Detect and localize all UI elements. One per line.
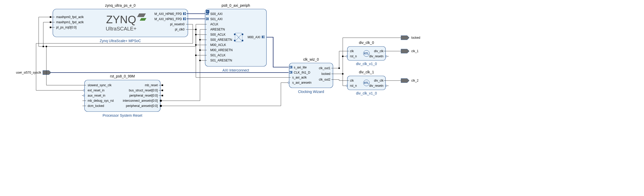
- svg-rect-96: [291, 71, 292, 74]
- svg-text:maxihpm0_fpd_aclk: maxihpm0_fpd_aclk: [56, 15, 84, 19]
- svg-point-138: [46, 46, 47, 47]
- svg-rect-91: [290, 67, 291, 68]
- clkwiz-instance: clk_wiz_0: [303, 57, 319, 61]
- svg-rect-60: [263, 37, 264, 38]
- svg-rect-29: [207, 12, 208, 15]
- svg-text:slowest_sync_clk: slowest_sync_clk: [88, 83, 112, 87]
- divclk0-port-rstn: rst_n: [350, 54, 357, 58]
- svg-rect-31: [206, 18, 207, 19]
- svg-text:mb_reset: mb_reset: [145, 83, 158, 87]
- divclk1-port-divclk: div_clk: [374, 79, 384, 82]
- svg-text:ARESETN: ARESETN: [210, 28, 225, 31]
- svg-rect-79: [162, 90, 163, 91]
- svg-text:ACLK: ACLK: [210, 22, 218, 26]
- svg-point-143: [342, 56, 344, 57]
- svg-text:clk_2: clk_2: [411, 79, 419, 82]
- block-zynq[interactable]: zynq_ultra_ps_e_0 maxihpm0_fpd_aclk maxi…: [50, 3, 190, 43]
- external-output-clk2: clk_2: [401, 79, 419, 83]
- svg-point-140: [199, 49, 201, 51]
- interconnect-instance: ps8_0_axi_periph: [222, 3, 250, 7]
- svg-text:ext_reset_in: ext_reset_in: [88, 89, 104, 92]
- divclk0-port-clk: clk: [350, 49, 354, 53]
- svg-point-135: [195, 44, 197, 46]
- svg-rect-32: [206, 19, 207, 20]
- svg-text:M_AXI_HPM0_FPD: M_AXI_HPM0_FPD: [154, 12, 182, 16]
- svg-rect-11: [183, 12, 184, 15]
- svg-text:S01_AXI: S01_AXI: [210, 17, 222, 21]
- block-clkwiz[interactable]: clk_wiz_0 s_axi_lite CLK_IN1_D s_axi_acl…: [287, 57, 335, 94]
- svg-text:clk_1: clk_1: [411, 49, 419, 53]
- svg-text:s_axi_aclk: s_axi_aclk: [292, 76, 307, 79]
- block-divclk0[interactable]: div_clk_0 clk rst_n div_clk div_resetn R…: [345, 41, 389, 66]
- svg-text:dcm_locked: dcm_locked: [88, 104, 104, 108]
- svg-text:S01_ACLK: S01_ACLK: [210, 53, 225, 57]
- rtl-badge: RTL: [364, 52, 369, 55]
- svg-point-84: [160, 100, 162, 102]
- svg-text:pl_resetn0: pl_resetn0: [170, 22, 185, 26]
- divclk0-type: div_clk_v1_0: [356, 62, 377, 66]
- svg-text:pl_ps_irq0[0:0]: pl_ps_irq0[0:0]: [56, 26, 77, 29]
- external-output-clk1: clk_1: [401, 49, 419, 53]
- zynq-instance: zynq_ultra_ps_e_0: [105, 3, 136, 7]
- divclk1-type: div_clk_v1_0: [356, 91, 377, 95]
- svg-point-134: [195, 34, 197, 35]
- svg-text:peripheral_aresetn[0:0]: peripheral_aresetn[0:0]: [126, 104, 158, 108]
- block-divclk1[interactable]: div_clk_1 clk rst_n div_clk div_resetn R…: [345, 70, 389, 95]
- svg-text:s_axi_lite: s_axi_lite: [294, 66, 307, 69]
- external-output-locked: locked: [401, 36, 420, 40]
- svg-text:UltraSCALE+: UltraSCALE+: [106, 26, 137, 32]
- interconnect-port-right: M00_AXI: [248, 35, 260, 39]
- svg-point-87: [160, 105, 162, 107]
- svg-text:ZYNQ: ZYNQ: [106, 13, 136, 26]
- svg-text:S01_ARESETN: S01_ARESETN: [210, 59, 232, 62]
- svg-marker-126: [43, 70, 51, 75]
- svg-text:M_AXI_HPM1_FPD: M_AXI_HPM1_FPD: [154, 17, 182, 21]
- svg-rect-33: [207, 18, 208, 20]
- svg-text:M00_ACLK: M00_ACLK: [210, 43, 226, 47]
- svg-rect-12: [185, 12, 186, 13]
- svg-text:bus_struct_reset[0:0]: bus_struct_reset[0:0]: [129, 89, 158, 92]
- divclk1-port-divrst: div_resetn: [369, 84, 383, 88]
- svg-text:s_axi_aresetn: s_axi_aresetn: [292, 81, 312, 84]
- svg-rect-54: [234, 34, 236, 35]
- interconnect-type: AXI Interconnect: [222, 68, 249, 72]
- divclk1-port-clk: clk: [350, 79, 354, 82]
- svg-text:peripheral_reset[0:0]: peripheral_reset[0:0]: [129, 94, 158, 97]
- svg-marker-131: [401, 79, 409, 83]
- svg-rect-94: [290, 71, 291, 72]
- block-interconnect[interactable]: ps8_0_axi_periph + S00_AXI S01_AXI ACLK …: [203, 3, 266, 72]
- svg-rect-56: [242, 34, 243, 35]
- svg-marker-127: [401, 36, 409, 40]
- svg-rect-90: [290, 66, 291, 67]
- reset-instance: rst_ps8_0_99M: [110, 74, 135, 78]
- svg-rect-92: [291, 66, 292, 68]
- divclk1-port-rstn: rst_n: [350, 84, 357, 88]
- svg-rect-59: [263, 36, 264, 37]
- svg-text:interconnect_aresetn[0:0]: interconnect_aresetn[0:0]: [123, 99, 158, 103]
- svg-text:S00_ARESETN: S00_ARESETN: [210, 38, 232, 42]
- svg-text:aux_reset_in: aux_reset_in: [88, 94, 105, 97]
- block-reset[interactable]: rst_ps8_0_99M slowest_sync_clk ext_reset…: [82, 74, 164, 117]
- svg-text:CLK_IN1_D: CLK_IN1_D: [294, 71, 310, 74]
- svg-text:clk_out2: clk_out2: [319, 78, 330, 81]
- svg-point-142: [342, 73, 344, 75]
- svg-rect-13: [185, 14, 186, 15]
- rtl-badge-2: RTL: [364, 82, 369, 84]
- divclk0-port-divclk: div_clk: [374, 49, 384, 53]
- svg-point-141: [199, 60, 201, 61]
- reset-type: Processor System Reset: [103, 113, 142, 117]
- svg-text:S00_ACLK: S00_ACLK: [210, 33, 225, 36]
- clkwiz-type: Clocking Wizard: [298, 90, 324, 94]
- svg-point-133: [195, 29, 197, 30]
- svg-text:locked: locked: [321, 72, 330, 76]
- svg-rect-27: [206, 12, 207, 13]
- svg-rect-57: [242, 40, 243, 41]
- svg-rect-82: [162, 95, 163, 96]
- svg-text:clk_out1: clk_out1: [319, 66, 330, 70]
- svg-point-144: [338, 67, 340, 69]
- svg-rect-15: [183, 18, 184, 20]
- svg-rect-58: [262, 36, 263, 38]
- divclk1-instance: div_clk_1: [359, 70, 374, 74]
- svg-text:maxihpm1_fpd_aclk: maxihpm1_fpd_aclk: [56, 20, 84, 24]
- divclk0-port-divrst: div_resetn: [369, 54, 383, 58]
